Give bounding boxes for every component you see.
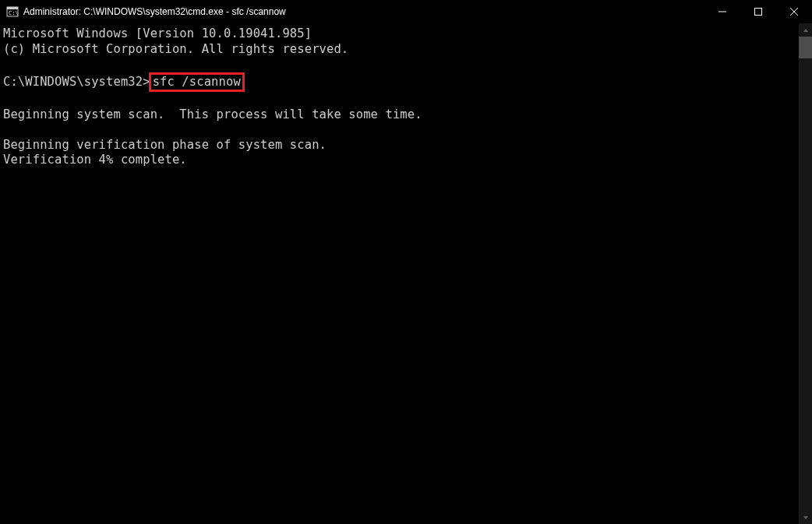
entered-command: sfc /scannow	[153, 75, 241, 89]
scrollbar-thumb[interactable]	[799, 37, 812, 58]
console-line: (c) Microsoft Corporation. All rights re…	[3, 42, 348, 56]
close-button[interactable]	[776, 0, 812, 23]
console-prompt: C:\WINDOWS\system32>	[3, 75, 150, 89]
console-line: Beginning system scan. This process will…	[3, 107, 422, 121]
command-highlight: sfc /scannow	[149, 72, 245, 93]
window-titlebar[interactable]: C:\ Administrator: C:\WINDOWS\system32\c…	[0, 0, 812, 23]
svg-marker-7	[803, 29, 808, 32]
svg-rect-1	[7, 7, 18, 9]
window-controls	[704, 0, 812, 23]
scroll-down-arrow-icon[interactable]	[799, 511, 812, 524]
console-line: Microsoft Windows [Version 10.0.19041.98…	[3, 26, 312, 40]
svg-text:C:\: C:\	[9, 10, 19, 16]
scroll-up-arrow-icon[interactable]	[799, 23, 812, 37]
console-line: Beginning verification phase of system s…	[3, 138, 327, 152]
cmd-icon: C:\	[6, 5, 19, 18]
maximize-button[interactable]	[740, 0, 776, 23]
console-output[interactable]: Microsoft Windows [Version 10.0.19041.98…	[0, 23, 799, 524]
window-title: Administrator: C:\WINDOWS\system32\cmd.e…	[23, 6, 704, 17]
scrollbar-track[interactable]	[799, 37, 812, 511]
minimize-button[interactable]	[704, 0, 740, 23]
vertical-scrollbar[interactable]	[799, 23, 812, 524]
svg-marker-8	[803, 516, 808, 519]
svg-rect-4	[755, 9, 762, 16]
console-line: Verification 4% complete.	[3, 153, 187, 167]
